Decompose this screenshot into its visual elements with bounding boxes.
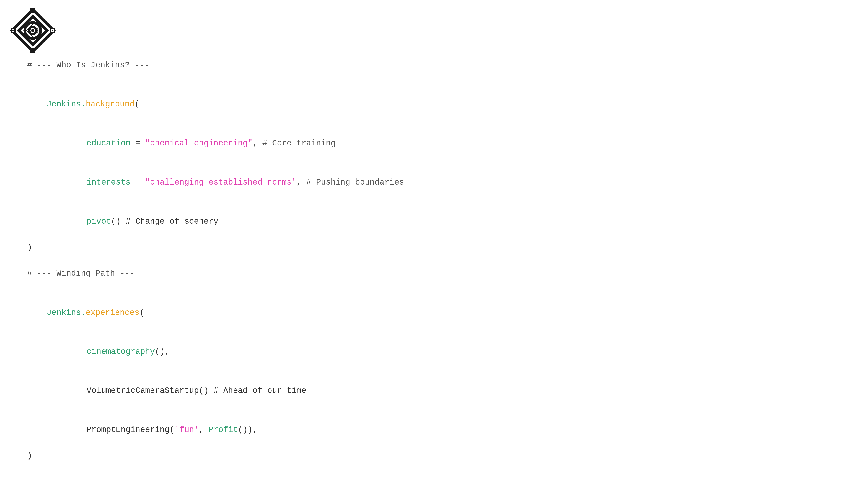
svg-rect-25 (52, 30, 53, 31)
volumetric-line: VolumetricCameraStartup() # Ahead of our… (48, 371, 404, 410)
profit-method: Profit (209, 425, 238, 434)
prompt-comma: , (199, 425, 209, 434)
paren-open-2: ( (140, 308, 145, 318)
eq-sign-2: = (130, 178, 145, 187)
close-paren-2: ) (27, 449, 404, 462)
jenkins-object: Jenkins. (46, 100, 86, 109)
svg-point-8 (31, 29, 34, 32)
education-value: "chemical_engineering" (145, 139, 252, 148)
pivot-line: pivot() # Change of scenery (48, 202, 404, 241)
education-comment: , # Core training (252, 139, 336, 148)
cinematography-rest: (), (155, 347, 169, 356)
jenkins-experiences-line: Jenkins.experiences( (27, 293, 404, 332)
comment-winding-path: # --- Winding Path --- (27, 267, 404, 280)
blank-line-1 (27, 72, 404, 85)
interests-value: "challenging_established_norms" (145, 178, 297, 187)
fun-string: 'fun' (175, 425, 199, 434)
education-line: education = "chemical_engineering", # Co… (48, 124, 404, 163)
svg-rect-16 (32, 10, 33, 11)
logo-container (9, 7, 57, 54)
svg-rect-19 (32, 50, 33, 51)
blank-line-2 (27, 254, 404, 267)
prompt-engineering-line: PromptEngineering('fun', Profit()), (48, 410, 404, 449)
pivot-rest: () # Change of scenery (111, 217, 218, 226)
pivot-method: pivot (67, 217, 111, 226)
code-container: # --- Who Is Jenkins? --- Jenkins.backgr… (27, 59, 404, 462)
svg-rect-22 (12, 30, 14, 31)
interests-param: interests (67, 178, 130, 187)
blank-line-3 (27, 280, 404, 293)
prompt-call: PromptEngineering (67, 425, 169, 434)
eq-sign-1: = (130, 139, 145, 148)
prompt-rest: ()), (238, 425, 257, 434)
jenkins-background-line: Jenkins.background( (27, 85, 404, 124)
education-param: education (67, 139, 130, 148)
volumetric-rest: () # Ahead of our time (199, 386, 306, 395)
paren-open-1: ( (134, 100, 140, 109)
close-paren-1: ) (27, 241, 404, 254)
background-method: background (86, 100, 134, 109)
prompt-paren: ( (169, 425, 175, 434)
logo-icon (9, 7, 57, 54)
volumetric-call: VolumetricCameraStartup (67, 386, 199, 395)
interests-line: interests = "challenging_established_nor… (48, 163, 404, 202)
cinematography-line: cinematography(), (48, 332, 404, 371)
jenkins-object-2: Jenkins. (46, 308, 86, 318)
cinematography-method: cinematography (67, 347, 155, 356)
comment-who-is-jenkins: # --- Who Is Jenkins? --- (27, 59, 404, 72)
interests-comment: , # Pushing boundaries (297, 178, 404, 187)
experiences-method: experiences (86, 308, 140, 318)
